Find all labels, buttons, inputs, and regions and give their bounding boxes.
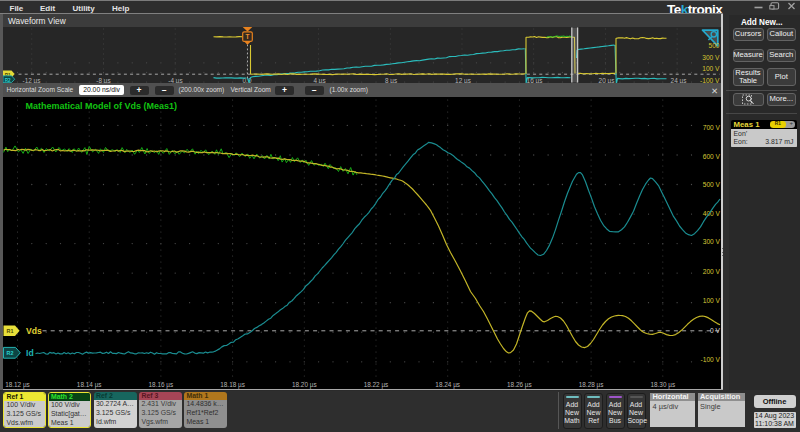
- svg-text:200 V: 200 V: [702, 268, 720, 275]
- svg-text:Mathematical Model of Vds (Mea: Mathematical Model of Vds (Meas1): [25, 101, 177, 111]
- svg-text:700 V: 700 V: [702, 124, 720, 131]
- svg-text:18.16 µs: 18.16 µs: [148, 381, 173, 389]
- svg-text:500 V: 500 V: [702, 181, 720, 188]
- svg-text:18.26 µs: 18.26 µs: [507, 381, 532, 389]
- svg-text:Vds: Vds: [26, 326, 42, 336]
- svg-text:18.22 µs: 18.22 µs: [363, 381, 388, 389]
- svg-text:18.14 µs: 18.14 µs: [76, 381, 101, 389]
- svg-text:-100 V: -100 V: [700, 356, 720, 363]
- svg-text:R1: R1: [6, 328, 13, 334]
- svg-text:100 V: 100 V: [702, 297, 720, 304]
- svg-text:0 V: 0 V: [710, 327, 720, 334]
- svg-text:18.20 µs: 18.20 µs: [291, 381, 316, 389]
- svg-text:R2: R2: [6, 350, 13, 356]
- svg-text:600 V: 600 V: [702, 153, 720, 160]
- svg-text:18.12 µs: 18.12 µs: [5, 381, 30, 389]
- svg-text:Id: Id: [26, 348, 34, 358]
- svg-text:18.24 µs: 18.24 µs: [435, 381, 460, 389]
- svg-text:18.28 µs: 18.28 µs: [578, 381, 603, 389]
- svg-text:18.30 µs: 18.30 µs: [650, 381, 675, 389]
- svg-text:18.18 µs: 18.18 µs: [220, 381, 245, 389]
- svg-text:300 V: 300 V: [702, 238, 720, 245]
